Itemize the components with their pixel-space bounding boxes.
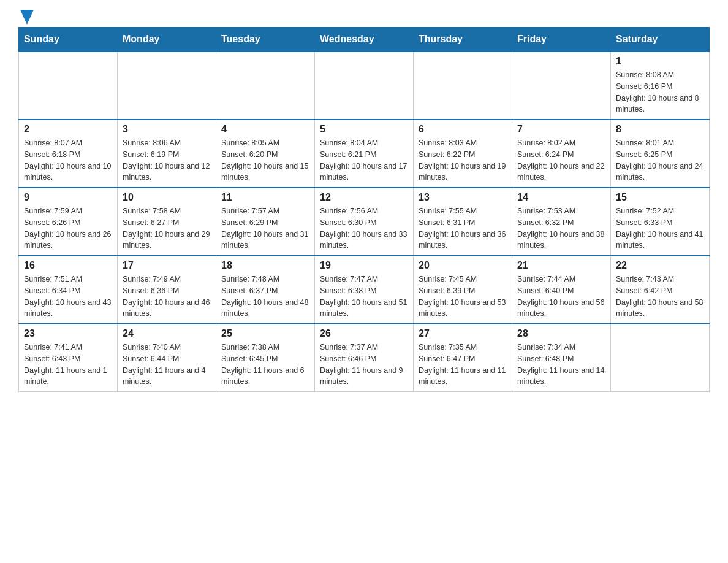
calendar-cell: 13Sunrise: 7:55 AMSunset: 6:31 PMDayligh… (414, 188, 512, 256)
day-info: Sunrise: 7:57 AMSunset: 6:29 PMDaylight:… (221, 205, 309, 251)
day-info: Sunrise: 8:06 AMSunset: 6:19 PMDaylight:… (123, 137, 211, 183)
day-info: Sunrise: 8:05 AMSunset: 6:20 PMDaylight:… (221, 137, 309, 183)
logo (18, 12, 34, 21)
day-info: Sunrise: 8:02 AMSunset: 6:24 PMDaylight:… (517, 137, 605, 183)
calendar-cell (315, 52, 414, 120)
day-info: Sunrise: 7:55 AMSunset: 6:31 PMDaylight:… (419, 205, 507, 251)
day-number: 21 (517, 260, 605, 271)
calendar-week-row: 2Sunrise: 8:07 AMSunset: 6:18 PMDaylight… (19, 120, 710, 188)
day-number: 11 (221, 192, 309, 203)
day-number: 7 (517, 124, 605, 135)
day-info: Sunrise: 8:03 AMSunset: 6:22 PMDaylight:… (419, 137, 507, 183)
calendar-cell: 23Sunrise: 7:41 AMSunset: 6:43 PMDayligh… (19, 324, 118, 392)
calendar-cell: 9Sunrise: 7:59 AMSunset: 6:26 PMDaylight… (19, 188, 118, 256)
day-number: 26 (320, 328, 408, 339)
calendar-day-header: Sunday (19, 28, 118, 52)
day-info: Sunrise: 7:58 AMSunset: 6:27 PMDaylight:… (123, 205, 211, 251)
calendar-cell: 10Sunrise: 7:58 AMSunset: 6:27 PMDayligh… (118, 188, 216, 256)
day-number: 6 (419, 124, 507, 135)
calendar-cell (216, 52, 315, 120)
calendar-cell: 22Sunrise: 7:43 AMSunset: 6:42 PMDayligh… (611, 256, 710, 324)
calendar-table: SundayMondayTuesdayWednesdayThursdayFrid… (18, 27, 710, 392)
calendar-cell: 5Sunrise: 8:04 AMSunset: 6:21 PMDaylight… (315, 120, 414, 188)
day-number: 28 (517, 328, 605, 339)
day-info: Sunrise: 8:04 AMSunset: 6:21 PMDaylight:… (320, 137, 408, 183)
calendar-cell: 12Sunrise: 7:56 AMSunset: 6:30 PMDayligh… (315, 188, 414, 256)
calendar-cell (512, 52, 611, 120)
day-number: 23 (24, 328, 112, 339)
day-number: 2 (24, 124, 112, 135)
calendar-cell (611, 324, 710, 392)
day-info: Sunrise: 7:53 AMSunset: 6:32 PMDaylight:… (517, 205, 605, 251)
day-info: Sunrise: 7:56 AMSunset: 6:30 PMDaylight:… (320, 205, 408, 251)
day-info: Sunrise: 7:44 AMSunset: 6:40 PMDaylight:… (517, 274, 605, 320)
day-number: 19 (320, 260, 408, 271)
calendar-cell: 8Sunrise: 8:01 AMSunset: 6:25 PMDaylight… (611, 120, 710, 188)
day-info: Sunrise: 7:48 AMSunset: 6:37 PMDaylight:… (221, 274, 309, 320)
day-info: Sunrise: 7:45 AMSunset: 6:39 PMDaylight:… (419, 274, 507, 320)
day-number: 9 (24, 192, 112, 203)
calendar-week-row: 23Sunrise: 7:41 AMSunset: 6:43 PMDayligh… (19, 324, 710, 392)
calendar-cell: 16Sunrise: 7:51 AMSunset: 6:34 PMDayligh… (19, 256, 118, 324)
svg-marker-0 (20, 10, 34, 25)
day-number: 14 (517, 192, 605, 203)
calendar-cell: 6Sunrise: 8:03 AMSunset: 6:22 PMDaylight… (414, 120, 512, 188)
logo-arrow-icon (20, 10, 34, 25)
calendar-day-header: Wednesday (315, 28, 414, 52)
day-number: 13 (419, 192, 507, 203)
calendar-day-header: Monday (118, 28, 216, 52)
day-info: Sunrise: 7:43 AMSunset: 6:42 PMDaylight:… (616, 274, 704, 320)
calendar-week-row: 16Sunrise: 7:51 AMSunset: 6:34 PMDayligh… (19, 256, 710, 324)
day-number: 17 (123, 260, 211, 271)
day-info: Sunrise: 7:35 AMSunset: 6:47 PMDaylight:… (419, 342, 507, 388)
day-number: 1 (616, 56, 704, 67)
day-number: 20 (419, 260, 507, 271)
day-number: 25 (221, 328, 309, 339)
calendar-cell: 27Sunrise: 7:35 AMSunset: 6:47 PMDayligh… (414, 324, 512, 392)
day-info: Sunrise: 7:47 AMSunset: 6:38 PMDaylight:… (320, 274, 408, 320)
day-number: 3 (123, 124, 211, 135)
day-number: 10 (123, 192, 211, 203)
calendar-cell: 11Sunrise: 7:57 AMSunset: 6:29 PMDayligh… (216, 188, 315, 256)
calendar-cell: 25Sunrise: 7:38 AMSunset: 6:45 PMDayligh… (216, 324, 315, 392)
day-info: Sunrise: 7:34 AMSunset: 6:48 PMDaylight:… (517, 342, 605, 388)
day-number: 27 (419, 328, 507, 339)
calendar-cell: 4Sunrise: 8:05 AMSunset: 6:20 PMDaylight… (216, 120, 315, 188)
day-number: 8 (616, 124, 704, 135)
day-number: 24 (123, 328, 211, 339)
day-info: Sunrise: 8:08 AMSunset: 6:16 PMDaylight:… (616, 69, 704, 115)
calendar-cell: 17Sunrise: 7:49 AMSunset: 6:36 PMDayligh… (118, 256, 216, 324)
day-info: Sunrise: 7:40 AMSunset: 6:44 PMDaylight:… (123, 342, 211, 388)
day-info: Sunrise: 7:37 AMSunset: 6:46 PMDaylight:… (320, 342, 408, 388)
day-number: 5 (320, 124, 408, 135)
calendar-week-row: 1Sunrise: 8:08 AMSunset: 6:16 PMDaylight… (19, 52, 710, 120)
calendar-day-header: Friday (512, 28, 611, 52)
calendar-cell: 7Sunrise: 8:02 AMSunset: 6:24 PMDaylight… (512, 120, 611, 188)
calendar-cell: 14Sunrise: 7:53 AMSunset: 6:32 PMDayligh… (512, 188, 611, 256)
day-info: Sunrise: 8:01 AMSunset: 6:25 PMDaylight:… (616, 137, 704, 183)
calendar-cell: 21Sunrise: 7:44 AMSunset: 6:40 PMDayligh… (512, 256, 611, 324)
calendar-cell: 19Sunrise: 7:47 AMSunset: 6:38 PMDayligh… (315, 256, 414, 324)
day-number: 4 (221, 124, 309, 135)
calendar-cell (19, 52, 118, 120)
day-info: Sunrise: 7:41 AMSunset: 6:43 PMDaylight:… (24, 342, 112, 388)
day-info: Sunrise: 8:07 AMSunset: 6:18 PMDaylight:… (24, 137, 112, 183)
calendar-cell: 28Sunrise: 7:34 AMSunset: 6:48 PMDayligh… (512, 324, 611, 392)
calendar-day-header: Saturday (611, 28, 710, 52)
calendar-cell: 26Sunrise: 7:37 AMSunset: 6:46 PMDayligh… (315, 324, 414, 392)
calendar-cell: 15Sunrise: 7:52 AMSunset: 6:33 PMDayligh… (611, 188, 710, 256)
calendar-cell: 18Sunrise: 7:48 AMSunset: 6:37 PMDayligh… (216, 256, 315, 324)
day-number: 12 (320, 192, 408, 203)
day-number: 22 (616, 260, 704, 271)
day-number: 16 (24, 260, 112, 271)
day-info: Sunrise: 7:38 AMSunset: 6:45 PMDaylight:… (221, 342, 309, 388)
day-info: Sunrise: 7:52 AMSunset: 6:33 PMDaylight:… (616, 205, 704, 251)
page-header (18, 12, 710, 21)
calendar-cell: 3Sunrise: 8:06 AMSunset: 6:19 PMDaylight… (118, 120, 216, 188)
day-info: Sunrise: 7:49 AMSunset: 6:36 PMDaylight:… (123, 274, 211, 320)
calendar-header-row: SundayMondayTuesdayWednesdayThursdayFrid… (19, 28, 710, 52)
calendar-cell: 24Sunrise: 7:40 AMSunset: 6:44 PMDayligh… (118, 324, 216, 392)
day-info: Sunrise: 7:59 AMSunset: 6:26 PMDaylight:… (24, 205, 112, 251)
calendar-cell: 20Sunrise: 7:45 AMSunset: 6:39 PMDayligh… (414, 256, 512, 324)
day-number: 15 (616, 192, 704, 203)
